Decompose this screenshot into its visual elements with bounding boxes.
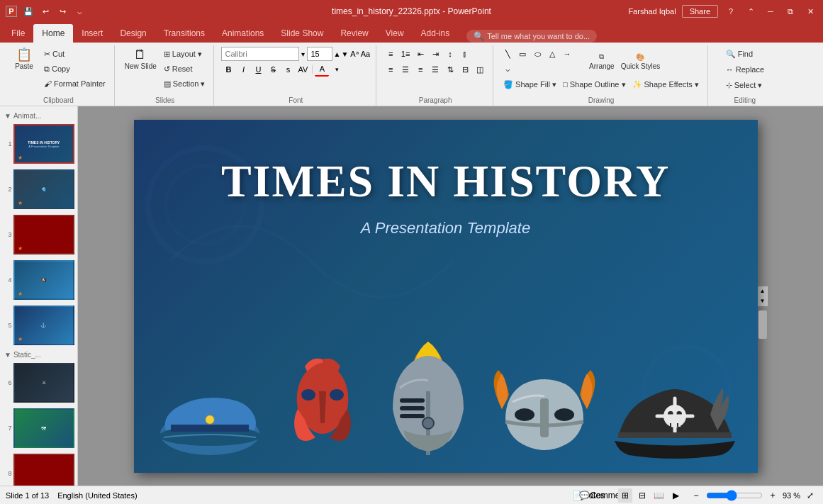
- slide-sorter-button[interactable]: ⊟: [635, 488, 649, 503]
- font-color-arrow[interactable]: ▾: [330, 62, 344, 77]
- char-spacing-button[interactable]: AV: [296, 62, 310, 77]
- shape-effects-icon: ✨: [632, 80, 642, 89]
- customize-qat-button[interactable]: ⌵: [72, 4, 86, 18]
- normal-view-button[interactable]: ⊞: [618, 488, 632, 503]
- scrollbar-thumb[interactable]: [758, 310, 767, 339]
- arrange-button[interactable]: ⧉ Arrange: [586, 51, 617, 72]
- tab-transitions[interactable]: Transitions: [155, 24, 213, 43]
- scroll-down-button[interactable]: ▼: [758, 296, 768, 306]
- italic-button[interactable]: I: [236, 62, 250, 77]
- reading-view-button[interactable]: 📖: [652, 488, 666, 503]
- cut-button[interactable]: ✂ Cut: [41, 47, 108, 61]
- align-left-button[interactable]: ≡: [383, 62, 398, 77]
- minimize-button[interactable]: ─: [763, 4, 778, 18]
- font-color-button[interactable]: A: [315, 62, 329, 77]
- tab-insert[interactable]: Insert: [73, 24, 111, 43]
- decrease-indent-button[interactable]: ⇤: [413, 47, 427, 61]
- strikethrough-button[interactable]: S̶: [266, 62, 280, 77]
- shape-fill-button[interactable]: 🪣 Shape Fill ▾: [500, 77, 559, 91]
- align-right-button[interactable]: ≡: [413, 62, 427, 77]
- tab-file[interactable]: File: [3, 24, 33, 43]
- slide-3-thumb[interactable]: ★: [13, 215, 74, 254]
- section-animat-label[interactable]: ▼ Animat...: [3, 109, 74, 121]
- tab-review[interactable]: Review: [332, 24, 376, 43]
- smartart-button[interactable]: ◫: [473, 62, 487, 77]
- columns-button[interactable]: ⫿: [458, 47, 472, 61]
- close-button[interactable]: ✕: [803, 4, 817, 18]
- share-button[interactable]: Share: [682, 5, 718, 18]
- slide-8-thumb[interactable]: [13, 454, 74, 486]
- section-static-label[interactable]: ▼ Static_...: [3, 348, 74, 360]
- font-size-input[interactable]: [307, 47, 332, 61]
- tab-view[interactable]: View: [377, 24, 413, 43]
- shape-rect[interactable]: ▭: [515, 47, 530, 61]
- shape-arrow[interactable]: →: [560, 47, 574, 61]
- undo-button[interactable]: ↩: [38, 4, 52, 18]
- slide-7-num: 7: [3, 425, 12, 432]
- bold-button[interactable]: B: [221, 62, 235, 77]
- ribbon-toggle-button[interactable]: ⌃: [744, 4, 758, 18]
- quick-styles-button[interactable]: 🎨 Quick Styles: [618, 52, 664, 72]
- zoom-out-button[interactable]: −: [689, 488, 703, 503]
- format-painter-button[interactable]: 🖌 Format Painter: [41, 77, 108, 91]
- line-spacing-button[interactable]: ↕: [443, 47, 457, 61]
- vertical-scrollbar[interactable]: ▲ ▼: [758, 286, 768, 306]
- redo-button[interactable]: ↪: [55, 4, 69, 18]
- text-direction-button[interactable]: ⇅: [443, 62, 457, 77]
- fit-slide-button[interactable]: ⤢: [803, 488, 817, 503]
- tab-animations[interactable]: Animations: [213, 24, 272, 43]
- replace-button[interactable]: ↔ Replace: [723, 62, 767, 77]
- copy-button[interactable]: ⧉ Copy: [41, 62, 108, 76]
- align-text-button[interactable]: ⊟: [458, 62, 472, 77]
- slide-7-thumb[interactable]: 🗺: [13, 408, 74, 448]
- shape-oval[interactable]: ⬭: [530, 47, 544, 61]
- format-painter-icon: 🖌: [44, 79, 52, 88]
- clear-format-button[interactable]: Aa: [361, 50, 370, 58]
- underline-button[interactable]: U: [251, 62, 265, 77]
- increase-indent-button[interactable]: ⇥: [428, 47, 442, 61]
- save-button[interactable]: 💾: [21, 4, 35, 18]
- find-button[interactable]: 🔍 Find: [723, 47, 756, 61]
- font-size-down-icon[interactable]: ▼: [341, 50, 348, 58]
- slide-1-thumb[interactable]: TIMES IN HISTORY A Presentation Template…: [13, 124, 74, 164]
- shape-effects-button[interactable]: ✨ Shape Effects ▾: [629, 77, 702, 91]
- main-slide-canvas[interactable]: TIMES IN HISTORY A Presentation Template: [134, 120, 758, 473]
- tab-design[interactable]: Design: [111, 24, 155, 43]
- help-button[interactable]: ?: [724, 4, 738, 18]
- slide-2-thumb[interactable]: 🌏 ★: [13, 169, 74, 209]
- zoom-slider[interactable]: [706, 490, 763, 501]
- shapes-more[interactable]: ⌵: [500, 62, 515, 76]
- tell-me-box[interactable]: 🔍 Tell me what you want to do...: [466, 30, 597, 43]
- font-name-input[interactable]: [221, 47, 299, 61]
- slide-3-wrap: 3 ★: [3, 213, 74, 256]
- select-button[interactable]: ⊹ Select ▾: [723, 78, 766, 92]
- slide-5-thumb[interactable]: ⚓ ★: [13, 306, 74, 345]
- reset-button[interactable]: ↺ Reset: [161, 62, 208, 76]
- scroll-up-button[interactable]: ▲: [758, 286, 768, 296]
- restore-button[interactable]: ⧉: [783, 4, 797, 18]
- justify-button[interactable]: ☰: [428, 62, 442, 77]
- paste-icon: 📋: [16, 48, 32, 61]
- shape-outline-button[interactable]: □ Shape Outline ▾: [560, 77, 628, 91]
- slide-6-thumb[interactable]: ⚔: [13, 363, 74, 403]
- font-aa-button[interactable]: Aᵃ: [350, 50, 358, 59]
- font-size-up-icon[interactable]: ▲: [333, 50, 340, 58]
- slide-4-thumb[interactable]: 🏴‍☠️ ★: [13, 260, 74, 300]
- layout-button[interactable]: ⊞ Layout▾: [161, 47, 208, 61]
- paste-button[interactable]: 📋 Paste: [9, 47, 40, 72]
- new-slide-button[interactable]: 🗒 New Slide: [122, 47, 159, 72]
- tab-slideshow[interactable]: Slide Show: [272, 24, 332, 43]
- align-center-button[interactable]: ☰: [398, 62, 413, 77]
- slideshow-button[interactable]: ▶: [669, 488, 683, 503]
- numbering-button[interactable]: 1≡: [398, 47, 413, 61]
- bullets-button[interactable]: ≡: [383, 47, 398, 61]
- font-group: ▾ ▲ ▼ Aᵃ Aa B I U S̶ s AV A ▾ Font: [215, 45, 376, 106]
- zoom-in-button[interactable]: +: [766, 488, 780, 503]
- shape-line[interactable]: ╲: [500, 47, 515, 61]
- tab-home[interactable]: Home: [33, 24, 73, 43]
- shadow-button[interactable]: s: [281, 62, 295, 77]
- shape-triangle[interactable]: △: [545, 47, 559, 61]
- tab-addins[interactable]: Add-ins: [413, 24, 459, 43]
- comments-button[interactable]: 💬 Comments: [598, 488, 612, 503]
- section-button[interactable]: ▤ Section▾: [161, 77, 208, 91]
